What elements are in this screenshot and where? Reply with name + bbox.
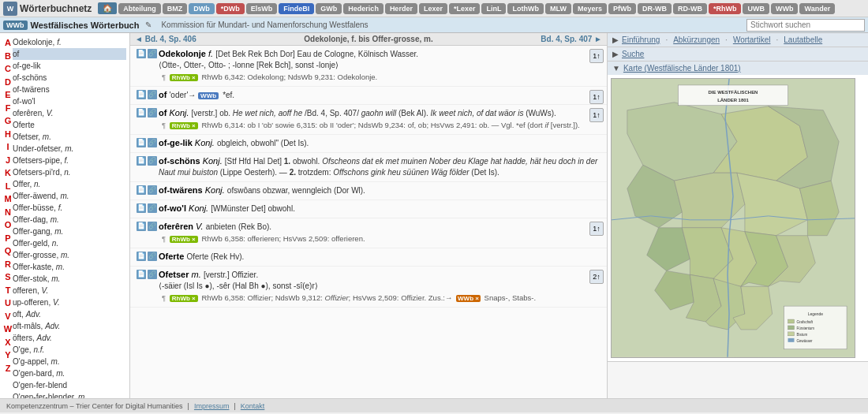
sidebar-entry[interactable]: up-offeren, V. [13,297,126,308]
sidebar-entry[interactable]: of-twärens [13,84,126,95]
alpha-letter-b[interactable]: B [5,50,11,63]
nav-pill-meyers[interactable]: Meyers [573,3,607,14]
karte-label[interactable]: Karte (Westfälische Länder 1801) [623,64,741,73]
wwwb-badge[interactable]: WWb [198,92,219,99]
sidebar-entry[interactable]: Ofetser, m. [13,131,126,143]
nav-pill-wander[interactable]: Wander [799,3,835,14]
alpha-letter-u[interactable]: U [5,297,11,310]
sidebar-entry[interactable]: oferêren, V. [13,107,126,119]
sidebar-entry[interactable]: Odekolonje, f. [13,36,126,48]
nav-pill-dwb[interactable]: DWb [189,3,215,14]
up-button[interactable]: 1↑ [589,49,604,63]
nav-pill-rd-wb[interactable]: RD-WB [673,3,707,14]
sidebar-entry[interactable]: of [13,48,126,60]
alpha-letter-m[interactable]: M [4,192,11,206]
nav-pill-uwb[interactable]: UWB [743,3,769,14]
nav-pill-rhwb[interactable]: *RhWb [709,3,742,14]
abkurzungen-link[interactable]: Abkürzungen [673,35,720,44]
alpha-letter-p[interactable]: P [5,232,10,245]
nav-pill-dwb[interactable]: *DWb [216,3,245,14]
up-button[interactable]: 1↑ [589,90,604,104]
alpha-letter-c[interactable]: C [5,62,11,76]
sidebar-entry[interactable]: öfters, Adv. [13,332,126,344]
alpha-letter-f[interactable]: F [6,102,11,115]
alpha-letter-t[interactable]: T [6,284,11,297]
alpha-letter-i[interactable]: I [6,140,9,154]
rhwb-badge[interactable]: RhWb × [170,74,198,81]
sidebar-entry[interactable]: offeren, V. [13,285,126,297]
alpha-letter-l[interactable]: L [6,180,11,193]
footer-kontakt[interactable]: Kontakt [241,402,265,410]
nav-pill-dr-wb[interactable]: DR-WB [638,3,672,14]
einfuhrung-link[interactable]: Einführung [622,35,660,44]
wortartikel-link[interactable]: Wortartikel [733,35,771,44]
nav-pill-lexer[interactable]: Lexer [419,3,447,14]
nav-pill-bmz[interactable]: BMZ [163,3,188,14]
sidebar-entry[interactable]: O'ge, n.f. [13,344,126,356]
nav-pill-wwb[interactable]: WWb [771,3,799,14]
alpha-letter-v[interactable]: V [5,310,10,323]
sidebar-entry[interactable]: Oferte [13,119,126,131]
alpha-letter-k[interactable]: K [5,166,11,180]
nav-pill-elswb[interactable]: ElsWb [246,3,278,14]
nav-pill-linl[interactable]: LinL [481,3,506,14]
alpha-letter-n[interactable]: N [5,206,11,219]
lautatbelle-link[interactable]: Lautatbelle [784,35,822,44]
nav-pill-findebi[interactable]: FindeBI [279,3,314,14]
nav-right[interactable]: Bd. 4, Sp. 407 ► [541,35,602,43]
up-button[interactable]: 1↑ [589,222,604,236]
sidebar-entry[interactable]: oft-mâls, Adv. [13,320,126,332]
sidebar-entry[interactable]: Ofetsers-pipe, f. [13,155,126,166]
right-suche-header[interactable]: ▶ Suche [608,47,868,61]
alpha-letter-g[interactable]: G [5,114,12,128]
sidebar-entry[interactable]: O'gen-bard, m. [13,367,126,379]
alpha-letter-y[interactable]: Y [5,349,10,362]
right-karte-header[interactable]: ▼ Karte (Westfälische Länder 1801) [608,62,868,75]
alpha-letter-h[interactable]: H [5,128,11,141]
nav-pill-abteilung[interactable]: Abteilung [118,3,161,14]
nav-pill-herder[interactable]: Herder [385,3,417,14]
alpha-letter-r[interactable]: R [5,258,11,271]
sidebar-entry[interactable]: of-schöns [13,72,126,84]
alpha-letter-q[interactable]: Q [5,244,12,258]
sidebar-entry[interactable]: Offer-büsse, f. [13,202,126,214]
alpha-letter-e[interactable]: E [5,88,10,102]
sidebar-entry[interactable]: Under-ofetser, m. [13,143,126,155]
footer-impressum[interactable]: Impressum [194,402,230,410]
rhwb-badge[interactable]: RhWb × [170,236,198,243]
sidebar-entry[interactable]: oft, Adv. [13,308,126,320]
rhwb-badge[interactable]: RhWb × [170,122,198,129]
alpha-letter-d[interactable]: D [5,76,11,89]
nav-pill-mlw[interactable]: MLW [545,3,571,14]
alpha-letter-x[interactable]: X [5,336,10,349]
up-button[interactable]: 1↑ [589,108,604,122]
search-input[interactable] [746,19,865,32]
nav-pill-lexer[interactable]: *Lexer [449,3,481,14]
nav-pill-lothwb[interactable]: LothWb [507,3,543,14]
nav-pill-pfwb[interactable]: PfWb [608,3,636,14]
nav-pill-gwb[interactable]: GWb [316,3,342,14]
sidebar-entry[interactable]: Offer-geld, n. [13,237,126,249]
sidebar-entry[interactable]: Offer-kaste, m. [13,261,126,273]
suche-label[interactable]: Suche [622,50,644,58]
sidebar-entry[interactable]: Offer, n. [13,178,126,190]
alpha-letter-w[interactable]: W [4,323,12,336]
sidebar-entry[interactable]: Offer-gang, m. [13,226,126,237]
nav-pill-hederich[interactable]: Hederich [343,3,383,14]
rhwb-badge[interactable]: RhWb × [170,295,198,302]
sidebar-entry[interactable]: of-ge-lik [13,60,126,72]
sidebar-entry[interactable]: Offer-dag, m. [13,214,126,226]
sidebar-entry[interactable]: O'gen-fer-blender, m. [13,391,126,398]
nav-left[interactable]: ◄ Bd. 4, Sp. 406 [135,35,196,43]
wwwb-badge[interactable]: WWb × [456,295,481,302]
up-button[interactable]: 2↑ [589,270,604,284]
alpha-letter-z[interactable]: Z [6,362,11,375]
sidebar-entry[interactable]: O'gen-fer-blend [13,379,126,391]
sidebar-entry[interactable]: of-wo'l [13,95,126,107]
sidebar-entry[interactable]: Ofetsers-pi'rd, n. [13,166,126,178]
alpha-letter-s[interactable]: S [5,270,10,284]
sidebar-entry[interactable]: Offer-grosse, m. [13,249,126,261]
sidebar-entry[interactable]: Offer-äwend, m. [13,190,126,202]
alpha-letter-j[interactable]: J [6,154,10,167]
sidebar-entry[interactable]: Offer-stok, m. [13,273,126,285]
